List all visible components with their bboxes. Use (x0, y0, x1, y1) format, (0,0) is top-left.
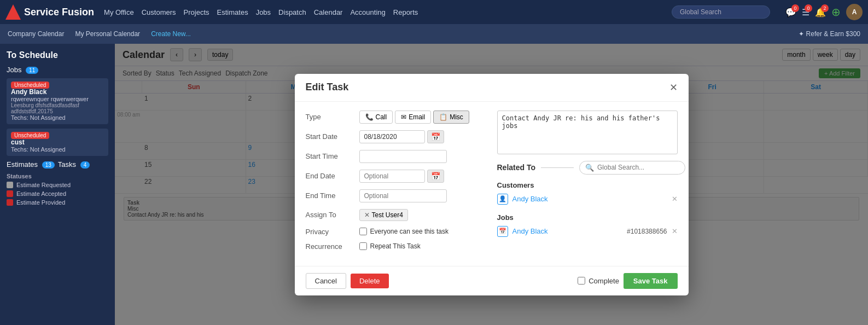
job-name-2: cust (11, 138, 104, 146)
start-date-input[interactable] (359, 130, 425, 143)
modal-footer: Cancel Delete Complete Save Task (295, 266, 689, 295)
subnav-create-new[interactable]: Create New... (151, 30, 191, 38)
edit-task-modal: Edit Task ✕ Type 📞 Call (295, 74, 689, 295)
end-date-cal-btn[interactable]: 📅 (427, 170, 444, 183)
tasks-count-badge: 4 (80, 161, 90, 169)
recurrence-checkbox-row: Repeat This Task (359, 242, 421, 250)
form-left: Type 📞 Call ✉ Email (306, 111, 486, 257)
nav-jobs[interactable]: Jobs (256, 8, 271, 16)
phone-icon: 📞 (365, 113, 374, 121)
global-search-input[interactable]: Global Search (672, 5, 770, 19)
job-techs-2: Techs: Not Assigned (11, 146, 104, 153)
sub-nav: Company Calendar My Personal Calendar Cr… (0, 24, 868, 44)
privacy-checkbox-row: Everyone can see this task (359, 228, 448, 235)
nav-customers[interactable]: Customers (142, 8, 176, 16)
related-search: 🔍 (579, 161, 685, 175)
type-email-btn[interactable]: ✉ Email (395, 111, 431, 124)
chat-icon[interactable]: 💬0 (785, 7, 796, 18)
job-item-1: 📅 Andy Black #1018388656 ✕ (497, 224, 678, 239)
start-time-label: Start Time (306, 152, 355, 160)
assign-tag-remove[interactable]: ✕ (364, 211, 370, 219)
nav-projects[interactable]: Projects (184, 8, 209, 16)
modal-close-btn[interactable]: ✕ (669, 82, 678, 94)
job-detail-1: rqwerewnquer rqwerwerqwer (11, 96, 104, 102)
subnav-personal-calendar[interactable]: My Personal Calendar (75, 30, 140, 38)
start-date-label: Start Date (306, 132, 355, 141)
customer-name-1[interactable]: Andy Black (512, 195, 667, 203)
related-search-input[interactable] (597, 164, 679, 171)
type-misc-btn[interactable]: 📋 Misc (433, 111, 469, 124)
notes-textarea[interactable] (497, 111, 678, 154)
stat-label-2: Estimate Provided (16, 199, 65, 206)
end-date-input[interactable] (359, 170, 425, 183)
delete-button[interactable]: Delete (351, 274, 389, 288)
nav-accounting[interactable]: Accounting (350, 8, 385, 16)
end-time-label: End Time (306, 191, 355, 200)
modal-body: Type 📞 Call ✉ Email (295, 102, 689, 266)
start-date-row: Start Date 📅 (306, 130, 486, 143)
refer-btn[interactable]: ✦ Refer & Earn $300 (799, 30, 860, 38)
recurrence-checkbox[interactable] (359, 242, 367, 250)
customer-remove-1[interactable]: ✕ (672, 195, 678, 203)
job-number-1: #1018388656 (627, 228, 667, 235)
recurrence-checkbox-label: Repeat This Task (370, 242, 421, 250)
job-card-2: Unscheduled cust Techs: Not Assigned (7, 129, 108, 156)
nav-links: My Office Customers Projects Estimates J… (104, 8, 418, 16)
modal-title: Edit Task (306, 82, 349, 93)
privacy-checkbox-label: Everyone can see this task (370, 228, 448, 235)
nav-dispatch[interactable]: Dispatch (278, 8, 306, 16)
stat-row-1: Estimate Accepted (7, 190, 108, 197)
end-date-row: End Date 📅 (306, 170, 486, 183)
job-name-1[interactable]: Andy Black (512, 227, 623, 235)
end-time-input[interactable] (359, 189, 447, 202)
privacy-checkbox[interactable] (359, 228, 367, 235)
end-date-wrap: 📅 (359, 170, 444, 183)
main-area: To Schedule Jobs 11 Unscheduled Andy Bla… (0, 44, 868, 325)
end-date-label: End Date (306, 172, 355, 180)
job-name-1: Andy Black (11, 88, 104, 96)
start-time-input[interactable] (359, 150, 447, 163)
start-date-cal-btn[interactable]: 📅 (427, 130, 444, 143)
complete-row: Complete (578, 277, 619, 285)
type-call-btn[interactable]: 📞 Call (359, 111, 393, 124)
stat-dot-2 (7, 199, 13, 206)
cancel-button[interactable]: Cancel (306, 273, 346, 289)
job-card-1: Unscheduled Andy Black rqwerewnquer rqwe… (7, 78, 108, 124)
modal-header: Edit Task ✕ (295, 74, 689, 102)
assign-tag-value: Test User4 (372, 211, 403, 219)
job-remove-1[interactable]: ✕ (672, 227, 678, 235)
nav-icons: 💬0 ☰0 🔔2 ⊕ A (785, 4, 863, 20)
privacy-label: Privacy (306, 228, 355, 236)
brand-name: Service Fusion (24, 7, 94, 18)
related-to-label: Related To (497, 163, 536, 172)
nav-reports[interactable]: Reports (393, 8, 418, 16)
jobs-section: Jobs 📅 Andy Black #1018388656 ✕ (497, 213, 678, 239)
customer-item-1: 👤 Andy Black ✕ (497, 191, 678, 207)
chat-badge: 0 (791, 4, 799, 12)
nav-my-office[interactable]: My Office (104, 8, 134, 16)
assign-to-label: Assign To (306, 211, 355, 219)
brand-icon (5, 4, 21, 20)
plus-icon[interactable]: ⊕ (831, 5, 841, 19)
bell-icon[interactable]: 🔔2 (815, 7, 826, 18)
list-icon[interactable]: ☰0 (802, 7, 809, 18)
start-time-row: Start Time (306, 150, 486, 163)
user-avatar[interactable]: A (846, 4, 863, 20)
misc-icon: 📋 (439, 113, 447, 121)
list-badge: 0 (805, 4, 812, 12)
nav-estimates[interactable]: Estimates (217, 8, 248, 16)
search-icon: 🔍 (585, 164, 594, 172)
type-label: Type (306, 113, 355, 121)
stat-label-1: Estimate Accepted (16, 190, 66, 197)
start-date-wrap: 📅 (359, 130, 444, 143)
stat-row-2: Estimate Provided (7, 199, 108, 206)
save-task-button[interactable]: Save Task (624, 273, 678, 289)
nav-calendar[interactable]: Calendar (314, 8, 343, 16)
subnav-company-calendar[interactable]: Company Calendar (8, 30, 64, 38)
complete-label: Complete (589, 277, 619, 285)
customer-icon-1: 👤 (497, 194, 508, 205)
estimates-count-badge: 13 (42, 161, 55, 169)
estimates-section-label: Estimates 13 (7, 160, 55, 169)
complete-checkbox[interactable] (578, 277, 585, 285)
sidebar-title: To Schedule (7, 50, 108, 60)
